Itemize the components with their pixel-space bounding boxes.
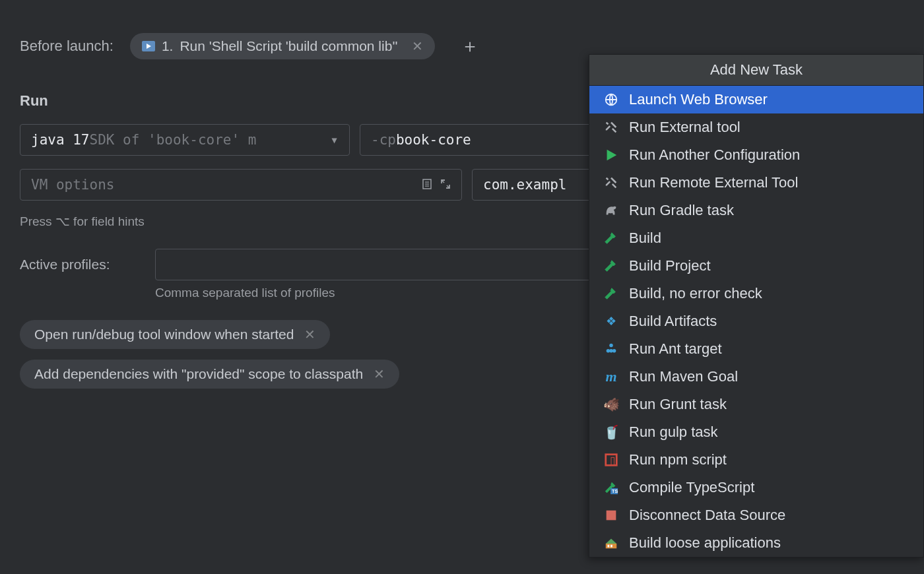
popup-item-label: Run Remote External Tool — [629, 174, 798, 191]
add-new-task-popup: Add New Task Launch Web BrowserRun Exter… — [589, 54, 924, 558]
svg-point-9 — [609, 344, 613, 348]
hammer-icon — [603, 257, 620, 274]
tools-icon — [603, 119, 620, 136]
document-icon[interactable] — [422, 177, 432, 193]
maven-icon: m — [603, 368, 620, 385]
popup-item-label: Run Maven Goal — [629, 368, 738, 385]
popup-item-label: Build Project — [629, 257, 711, 274]
task-chip-label: Run 'Shell Script 'build common lib'' — [180, 38, 397, 54]
grunt-icon: 🐗 — [603, 396, 620, 413]
datasource-icon — [603, 507, 620, 524]
svg-rect-14 — [611, 457, 614, 465]
openliberty-icon — [603, 534, 620, 552]
popup-item[interactable]: Build loose applications — [589, 529, 923, 557]
chip-label: Add dependencies with "provided" scope t… — [34, 366, 363, 382]
popup-item[interactable]: mRun Maven Goal — [589, 363, 923, 391]
popup-item-label: Compile TypeScript — [629, 479, 754, 496]
play-icon — [603, 146, 620, 164]
npm-icon — [603, 451, 620, 468]
svg-marker-8 — [607, 150, 617, 161]
before-launch-task-chip[interactable]: 1. Run 'Shell Script 'build common lib''… — [130, 33, 436, 59]
hammer-icon — [603, 285, 620, 302]
close-icon[interactable]: ✕ — [374, 366, 385, 382]
popup-item[interactable]: Run Gradle task — [589, 197, 923, 224]
svg-rect-20 — [610, 545, 612, 548]
popup-item-label: Run gulp task — [629, 424, 718, 441]
popup-item[interactable]: Run npm script — [589, 446, 923, 474]
popup-item-label: Build — [629, 230, 661, 247]
gulp-icon: 🥤 — [603, 424, 620, 441]
sdk-dropdown[interactable]: java 17 SDK of 'book-core' m ▾ — [20, 124, 350, 156]
popup-item[interactable]: Disconnect Data Source — [589, 501, 923, 529]
close-icon[interactable]: ✕ — [304, 327, 315, 342]
popup-item[interactable]: Build Project — [589, 252, 923, 280]
popup-item-label: Run External tool — [629, 119, 741, 136]
active-profiles-label: Active profiles: — [20, 257, 142, 272]
svg-rect-19 — [608, 545, 610, 548]
popup-item-label: Run Grunt task — [629, 396, 727, 413]
svg-text:TS: TS — [612, 488, 618, 494]
popup-item[interactable]: Run Another Configuration — [589, 141, 923, 169]
popup-item[interactable]: Build — [589, 224, 923, 252]
close-icon[interactable]: ✕ — [412, 38, 423, 54]
diamond-icon: ❖ — [603, 313, 620, 330]
chip-label: Open run/debug tool window when started — [34, 327, 294, 342]
popup-item-label: Run Another Configuration — [629, 146, 800, 164]
cp-value: book-core — [396, 132, 471, 148]
svg-rect-17 — [607, 511, 616, 521]
chevron-down-icon: ▾ — [323, 132, 339, 148]
ant-icon — [603, 340, 620, 358]
vm-options-field[interactable]: VM options — [20, 169, 462, 201]
typescript-icon: TS — [603, 479, 620, 496]
popup-item[interactable]: Run External tool — [589, 113, 923, 141]
popup-item-label: Build Artifacts — [629, 313, 717, 330]
svg-marker-0 — [147, 44, 151, 49]
gradle-icon — [603, 202, 620, 219]
popup-item[interactable]: 🥤Run gulp task — [589, 418, 923, 446]
popup-item-label: Disconnect Data Source — [629, 507, 785, 524]
hammer-icon — [603, 230, 620, 247]
sdk-value: java 17 — [31, 132, 90, 148]
popup-item[interactable]: TSCompile TypeScript — [589, 474, 923, 501]
popup-item-label: Run Ant target — [629, 340, 722, 358]
svg-point-12 — [609, 349, 613, 353]
main-class-value: com.exampl — [483, 177, 566, 193]
popup-item-label: Run npm script — [629, 451, 727, 468]
popup-item[interactable]: Build, no error check — [589, 280, 923, 307]
task-chip-prefix: 1. — [162, 38, 174, 54]
popup-item-label: Run Gradle task — [629, 202, 734, 219]
popup-item[interactable]: 🐗Run Grunt task — [589, 391, 923, 418]
add-task-button[interactable]: ＋ — [461, 34, 479, 59]
popup-item[interactable]: Launch Web Browser — [589, 86, 923, 113]
globe-icon — [603, 91, 620, 108]
run-script-icon — [142, 41, 155, 51]
popup-item-label: Build, no error check — [629, 285, 762, 302]
open-tool-window-chip[interactable]: Open run/debug tool window when started … — [20, 320, 330, 349]
popup-item[interactable]: ❖Build Artifacts — [589, 307, 923, 335]
sdk-detail: SDK of 'book-core' m — [90, 132, 257, 148]
popup-item[interactable]: Run Remote External Tool — [589, 169, 923, 197]
tools-icon — [603, 174, 620, 191]
popup-item-label: Launch Web Browser — [629, 91, 768, 108]
popup-item[interactable]: Run Ant target — [589, 335, 923, 363]
cp-flag: -cp — [371, 132, 396, 148]
popup-item-label: Build loose applications — [629, 534, 781, 552]
provided-scope-chip[interactable]: Add dependencies with "provided" scope t… — [20, 360, 399, 389]
before-launch-label: Before launch: — [20, 38, 114, 55]
vm-options-placeholder: VM options — [31, 177, 114, 193]
popup-title: Add New Task — [589, 55, 923, 86]
expand-icon[interactable] — [440, 177, 451, 193]
